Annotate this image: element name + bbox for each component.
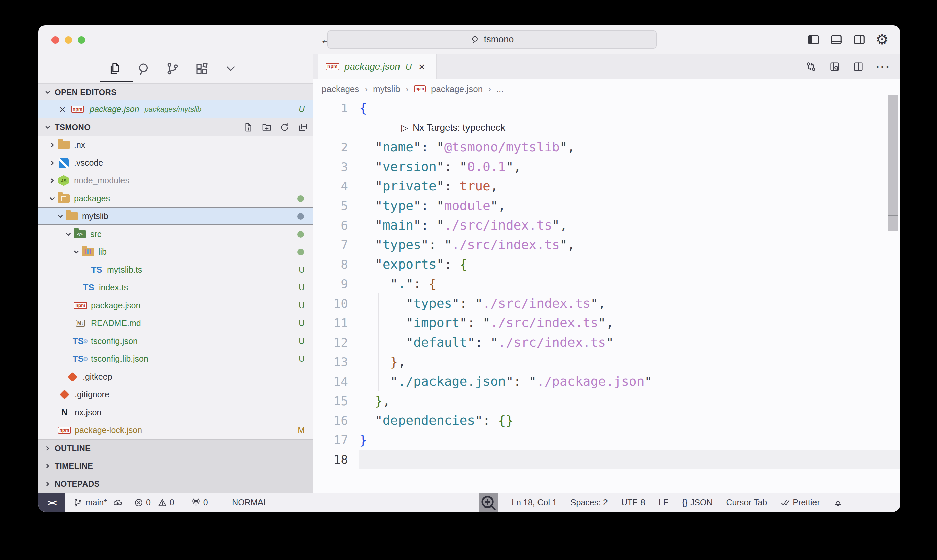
breadcrumb-item[interactable]: package.json (431, 84, 483, 94)
code-line-3[interactable]: 3 "version": "0.0.1", (313, 157, 900, 176)
git-modified-dot (297, 231, 304, 238)
maximize-window-button[interactable] (78, 36, 85, 44)
outline-section-header[interactable]: OUTLINE (38, 439, 313, 457)
extensions-icon[interactable] (194, 61, 209, 76)
close-editor-icon[interactable]: × (59, 104, 66, 115)
tree-item-package-lock.json[interactable]: npmpackage-lock.jsonM (38, 422, 313, 439)
vim-mode-indicator[interactable]: -- NORMAL -- (224, 498, 275, 508)
tree-item-label: src (90, 229, 101, 239)
compare-changes-icon[interactable] (805, 61, 817, 72)
tree-item-.vscode[interactable]: .vscode (38, 154, 313, 172)
tree-item-mytslib.ts[interactable]: TSmytslib.tsU (38, 261, 313, 278)
tab-close-icon[interactable]: × (418, 61, 425, 72)
breadcrumb-item[interactable]: mytslib (373, 84, 400, 94)
more-views-chevron-icon[interactable] (223, 61, 238, 76)
more-actions-icon[interactable]: ··· (876, 60, 891, 73)
minimize-window-button[interactable] (65, 36, 72, 44)
code-line-10[interactable]: 10 "types": "./src/index.ts", (313, 294, 900, 313)
code-line-5[interactable]: 5 "type": "module", (313, 196, 900, 215)
problems-item[interactable]: 0 0 (134, 498, 174, 508)
code-line-15[interactable]: 15 }, (313, 391, 900, 411)
chevron-down-icon (57, 213, 64, 220)
tree-item-src[interactable]: </>src (38, 225, 313, 243)
explorer-section-header[interactable]: TSMONO (38, 118, 313, 136)
tree-item-tsconfig.json[interactable]: TS⚙tsconfig.jsonU (38, 332, 313, 350)
code-line-1[interactable]: 1{ (313, 98, 900, 118)
explorer-icon[interactable] (108, 61, 122, 76)
timeline-section-header[interactable]: TIMELINE (38, 457, 313, 475)
refresh-icon[interactable] (280, 122, 290, 132)
tree-item-.gitignore[interactable]: .gitignore (38, 386, 313, 403)
scrollbar-slider[interactable] (888, 95, 898, 215)
code-area[interactable]: 1{▷Nx Targets: typecheck2 "name": "@tsmo… (313, 98, 900, 469)
language-mode-item[interactable]: {} JSON (682, 498, 712, 508)
indentation-item[interactable]: Spaces: 2 (571, 498, 608, 508)
tree-item-label: package-lock.json (75, 425, 142, 435)
ports-item[interactable]: 0 (191, 498, 208, 508)
formatter-item[interactable]: Prettier (780, 498, 820, 508)
split-editor-icon[interactable] (852, 61, 864, 72)
tree-item-lib[interactable]: lib (38, 243, 313, 261)
line-number: 8 (313, 257, 348, 271)
open-editor-item[interactable]: × npm package.json packages/mytslib U (38, 100, 313, 118)
remote-indicator[interactable]: >< (38, 493, 65, 512)
tree-item-mytslib[interactable]: mytslib (38, 207, 313, 225)
notepads-section-header[interactable]: NOTEPADS (38, 475, 313, 493)
error-count: 0 (146, 498, 151, 508)
code-line-13[interactable]: 13 }, (313, 352, 900, 372)
code-line-9[interactable]: 9 ".": { (313, 274, 900, 294)
code-line-2[interactable]: 2 "name": "@tsmono/mytslib", (313, 137, 900, 157)
source-control-icon[interactable] (165, 61, 180, 76)
codelens-label[interactable]: Nx Targets: typecheck (412, 122, 505, 133)
title-bar[interactable]: ← → tsmono ⚙ (38, 25, 900, 54)
toggle-secondary-sidebar-icon[interactable] (853, 33, 866, 46)
close-window-button[interactable] (51, 36, 59, 44)
codelens-row[interactable]: ▷Nx Targets: typecheck (313, 118, 900, 137)
code-line-14[interactable]: 14 "./package.json": "./package.json" (313, 372, 900, 391)
toggle-panel-icon[interactable] (830, 33, 843, 46)
zoom-in-icon (479, 493, 498, 512)
tree-item-nx.json[interactable]: Nnx.json (38, 403, 313, 422)
code-line-18[interactable]: 18 (313, 449, 900, 469)
run-codelens-icon[interactable]: ▷ (401, 123, 408, 132)
breadcrumb-item[interactable]: packages (322, 84, 359, 94)
git-status-badge: U (298, 318, 305, 328)
tree-item-README.md[interactable]: M↓README.mdU (38, 314, 313, 332)
cursor-position-item[interactable]: Ln 18, Col 1 (512, 498, 557, 508)
tree-item-tsconfig.lib.json[interactable]: TS⚙tsconfig.lib.jsonU (38, 350, 313, 368)
zoom-indicator[interactable] (479, 493, 498, 512)
open-editors-header[interactable]: OPEN EDITORS (38, 83, 313, 100)
command-center-search[interactable]: tsmono (327, 30, 657, 49)
search-value: tsmono (484, 34, 514, 45)
tree-item-.nx[interactable]: .nx (38, 136, 313, 154)
git-branch-item[interactable]: main* (73, 498, 123, 508)
scrollbar-slider-end[interactable] (888, 216, 898, 231)
code-line-16[interactable]: 16 "dependencies": {} (313, 411, 900, 430)
tree-item-package.json[interactable]: npmpackage.jsonU (38, 297, 313, 314)
settings-gear-icon[interactable]: ⚙ (876, 33, 889, 47)
tab-package-json[interactable]: npm package.json U × (318, 54, 437, 79)
notifications-item[interactable] (833, 498, 843, 508)
code-line-11[interactable]: 11 "import": "./src/index.ts", (313, 313, 900, 332)
new-folder-icon[interactable] (262, 122, 272, 132)
tree-item-node_modules[interactable]: JSnode_modules (38, 172, 313, 189)
code-line-8[interactable]: 8 "exports": { (313, 254, 900, 274)
open-preview-icon[interactable] (829, 61, 840, 72)
encoding-item[interactable]: UTF-8 (621, 498, 645, 508)
tree-item-index.ts[interactable]: TSindex.tsU (38, 278, 313, 297)
eol-item[interactable]: LF (659, 498, 668, 508)
breadcrumb-ellipsis[interactable]: ... (497, 84, 504, 94)
code-line-6[interactable]: 6 "main": "./src/index.ts", (313, 215, 900, 235)
new-file-icon[interactable] (243, 122, 254, 132)
toggle-primary-sidebar-icon[interactable] (807, 33, 820, 46)
code-line-17[interactable]: 17} (313, 430, 900, 449)
code-line-7[interactable]: 7 "types": "./src/index.ts", (313, 235, 900, 254)
cursor-tab-item[interactable]: Cursor Tab (726, 498, 767, 508)
tree-item-packages[interactable]: packages (38, 189, 313, 207)
git-status-badge: U (298, 104, 305, 114)
code-line-12[interactable]: 12 "default": "./src/index.ts" (313, 332, 900, 352)
search-view-icon[interactable] (136, 61, 151, 76)
tree-item-.gitkeep[interactable]: .gitkeep (38, 368, 313, 386)
collapse-all-icon[interactable] (298, 122, 308, 132)
code-line-4[interactable]: 4 "private": true, (313, 176, 900, 196)
